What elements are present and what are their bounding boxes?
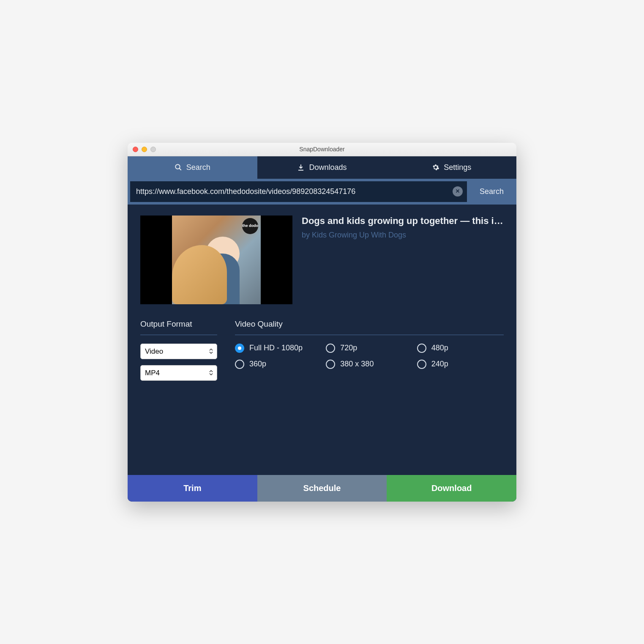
content-area: the dodo Dogs and kids growing up togeth… bbox=[128, 205, 516, 475]
quality-option[interactable]: 360p bbox=[235, 360, 322, 369]
close-window-button[interactable] bbox=[133, 147, 138, 152]
output-format-header: Output Format bbox=[140, 319, 217, 335]
tab-search[interactable]: Search bbox=[128, 156, 257, 179]
video-info: the dodo Dogs and kids growing up togeth… bbox=[140, 216, 504, 304]
video-author: by Kids Growing Up With Dogs bbox=[302, 231, 504, 240]
svg-line-1 bbox=[179, 168, 181, 170]
tab-bar: Search Downloads Settings bbox=[128, 156, 516, 179]
download-icon bbox=[297, 164, 305, 171]
url-input[interactable] bbox=[136, 181, 453, 202]
radio-icon bbox=[417, 360, 426, 369]
radio-icon bbox=[417, 344, 426, 353]
minimize-window-button[interactable] bbox=[142, 147, 147, 152]
clear-input-button[interactable] bbox=[453, 186, 463, 196]
tab-downloads-label: Downloads bbox=[309, 163, 347, 172]
quality-option[interactable]: 720p bbox=[326, 344, 412, 353]
tab-downloads[interactable]: Downloads bbox=[257, 156, 387, 179]
app-body: Search Downloads Settings bbox=[128, 156, 516, 502]
search-button-label: Search bbox=[480, 187, 504, 196]
tab-search-label: Search bbox=[186, 163, 210, 172]
video-quality-section: Video Quality Full HD - 1080p720p480p360… bbox=[235, 319, 504, 387]
radio-icon bbox=[235, 360, 244, 369]
quality-option-label: 480p bbox=[431, 344, 448, 352]
video-title: Dogs and kids growing up together — this… bbox=[302, 216, 504, 226]
source-badge: the dodo bbox=[242, 218, 258, 234]
schedule-button-label: Schedule bbox=[303, 483, 341, 493]
radio-icon bbox=[326, 360, 335, 369]
radio-icon bbox=[235, 344, 244, 353]
format-container-select-wrap: MP4 bbox=[140, 365, 217, 381]
svg-point-0 bbox=[175, 164, 180, 169]
thumbnail-image: the dodo bbox=[172, 216, 261, 304]
output-format-section: Output Format Video MP4 bbox=[140, 319, 217, 387]
zoom-window-button[interactable] bbox=[150, 147, 156, 152]
quality-option-label: 360p bbox=[249, 360, 266, 368]
video-thumbnail: the dodo bbox=[140, 216, 292, 304]
options-row: Output Format Video MP4 bbox=[140, 319, 504, 387]
window-title: SnapDownloader bbox=[128, 146, 516, 153]
format-type-select-wrap: Video bbox=[140, 344, 217, 359]
quality-option-label: Full HD - 1080p bbox=[249, 344, 303, 352]
search-bar: Search bbox=[128, 179, 516, 205]
radio-icon bbox=[326, 344, 335, 353]
quality-options-grid: Full HD - 1080p720p480p360p380 x 380240p bbox=[235, 344, 504, 369]
tab-settings-label: Settings bbox=[444, 163, 471, 172]
video-meta: Dogs and kids growing up together — this… bbox=[302, 216, 504, 304]
app-window: SnapDownloader Search Downloads Settings bbox=[128, 143, 516, 502]
video-quality-header: Video Quality bbox=[235, 319, 504, 335]
quality-option-label: 380 x 380 bbox=[340, 360, 374, 368]
trim-button-label: Trim bbox=[183, 483, 201, 493]
gear-icon bbox=[432, 164, 439, 171]
title-bar: SnapDownloader bbox=[128, 143, 516, 156]
quality-option[interactable]: Full HD - 1080p bbox=[235, 344, 322, 353]
download-button-label: Download bbox=[431, 483, 472, 493]
trim-button[interactable]: Trim bbox=[128, 475, 257, 502]
format-container-select[interactable]: MP4 bbox=[140, 365, 217, 381]
quality-option-label: 240p bbox=[431, 360, 448, 368]
search-button[interactable]: Search bbox=[467, 179, 516, 204]
search-input-container bbox=[130, 181, 467, 202]
close-icon bbox=[455, 188, 460, 195]
format-type-select[interactable]: Video bbox=[140, 344, 217, 359]
traffic-lights bbox=[133, 147, 156, 152]
search-icon bbox=[175, 164, 182, 171]
download-button[interactable]: Download bbox=[387, 475, 516, 502]
schedule-button[interactable]: Schedule bbox=[257, 475, 387, 502]
quality-option-label: 720p bbox=[340, 344, 357, 352]
bottom-action-bar: Trim Schedule Download bbox=[128, 475, 516, 502]
quality-option[interactable]: 240p bbox=[417, 360, 504, 369]
tab-settings[interactable]: Settings bbox=[387, 156, 516, 179]
quality-option[interactable]: 380 x 380 bbox=[326, 360, 412, 369]
quality-option[interactable]: 480p bbox=[417, 344, 504, 353]
